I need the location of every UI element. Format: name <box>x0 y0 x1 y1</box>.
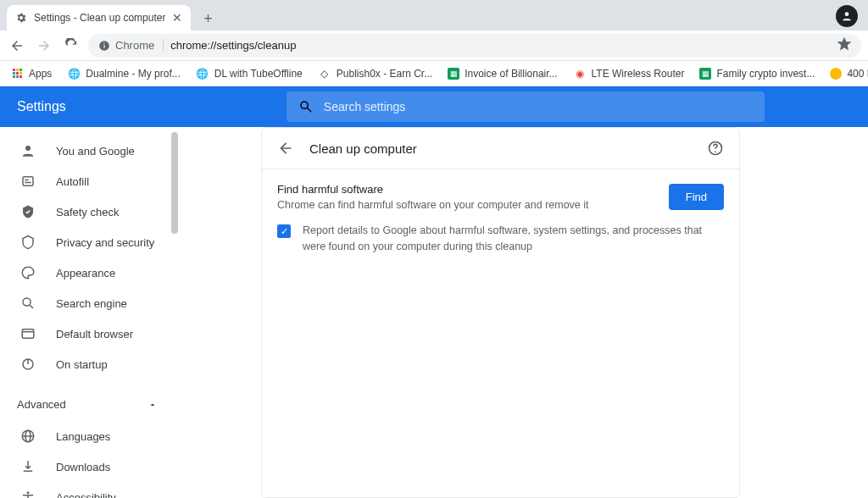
section-heading: Find harmful software <box>277 183 669 196</box>
svg-rect-5 <box>23 177 33 186</box>
autofill-icon <box>20 174 36 189</box>
find-button[interactable]: Find <box>669 184 724 210</box>
bookmark-item[interactable]: ▦Family crypto invest... <box>699 68 815 80</box>
power-icon <box>20 357 36 372</box>
back-button[interactable] <box>7 36 27 56</box>
globe-icon <box>20 429 36 444</box>
reload-button[interactable] <box>61 36 81 56</box>
info-icon <box>98 40 110 52</box>
cleanup-card: Clean up computer Find harmful software … <box>261 127 740 498</box>
palette-icon <box>20 265 36 280</box>
search-input[interactable] <box>324 100 753 113</box>
globe-icon: 🌐 <box>196 67 209 80</box>
svg-rect-10 <box>22 329 34 339</box>
sidebar-item-languages[interactable]: Languages <box>0 421 178 451</box>
svg-rect-6 <box>25 180 29 181</box>
svg-point-17 <box>27 491 30 494</box>
shield-icon <box>20 235 36 250</box>
browser-toolbar: Chrome chrome://settings/cleanup <box>0 30 868 61</box>
svg-point-19 <box>715 151 716 152</box>
sidebar-item-autofill[interactable]: Autofill <box>0 166 178 196</box>
sidebar-item-search-engine[interactable]: Search engine <box>0 288 178 318</box>
globe-icon: 🌐 <box>67 67 81 80</box>
shield-check-icon <box>20 204 36 219</box>
search-icon <box>20 296 36 311</box>
tab-strip: Settings - Clean up computer ✕ + <box>0 0 868 30</box>
profile-avatar[interactable] <box>836 5 858 27</box>
back-arrow-icon[interactable] <box>277 140 294 157</box>
bookmarks-bar: Apps 🌐Dualmine - My prof... 🌐DL with Tub… <box>0 61 868 86</box>
apps-icon <box>10 67 24 80</box>
bookmark-item[interactable]: ▦Invoice of Billionair... <box>448 68 557 80</box>
sidebar-item-appearance[interactable]: Appearance <box>0 257 178 288</box>
address-bar[interactable]: Chrome chrome://settings/cleanup <box>88 34 861 58</box>
chevron-up-icon <box>147 400 158 410</box>
router-icon: ◉ <box>573 67 587 80</box>
svg-line-9 <box>30 305 33 308</box>
bookmark-item[interactable]: ◉LTE Wireless Router <box>573 67 685 80</box>
sidebar-item-default-browser[interactable]: Default browser <box>0 318 178 349</box>
svg-rect-7 <box>25 182 31 184</box>
search-icon <box>298 99 314 114</box>
settings-title: Settings <box>17 99 66 114</box>
bookmark-item[interactable]: 🌐Dualmine - My prof... <box>67 67 180 80</box>
sidebar-item-you-and-google[interactable]: You and Google <box>0 136 178 166</box>
sidebar-item-privacy[interactable]: Privacy and security <box>0 227 178 257</box>
download-icon <box>20 459 36 474</box>
search-settings-box[interactable] <box>287 91 765 122</box>
person-icon <box>20 143 36 158</box>
settings-sidebar: You and Google Autofill Safety check Pri… <box>0 127 178 498</box>
help-icon[interactable] <box>707 140 724 157</box>
svg-point-0 <box>845 12 849 16</box>
browser-icon <box>20 326 36 341</box>
report-checkbox-label: Report details to Google about harmful s… <box>303 223 724 255</box>
svg-point-4 <box>25 146 31 151</box>
settings-content: Clean up computer Find harmful software … <box>178 127 868 498</box>
sidebar-item-accessibility[interactable]: Accessibility <box>0 482 178 498</box>
omnibox-url: chrome://settings/cleanup <box>170 39 296 52</box>
sidebar-item-downloads[interactable]: Downloads <box>0 451 178 482</box>
sheet-icon: ▦ <box>699 68 711 80</box>
browser-tab[interactable]: Settings - Clean up computer ✕ <box>7 5 191 30</box>
sidebar-item-on-startup[interactable]: On startup <box>0 349 178 379</box>
tab-title: Settings - Clean up computer <box>34 12 165 24</box>
svg-rect-2 <box>103 44 104 47</box>
report-checkbox[interactable]: ✓ <box>277 224 291 238</box>
svg-point-8 <box>23 298 31 306</box>
omnibox-chip-text: Chrome <box>115 39 154 52</box>
new-tab-button[interactable]: + <box>196 7 220 30</box>
bookmark-apps[interactable]: Apps <box>10 67 52 80</box>
bookmark-star-icon[interactable] <box>837 37 851 53</box>
bookmark-item[interactable]: 🌐DL with TubeOffline <box>196 67 303 80</box>
sidebar-item-safety-check[interactable]: Safety check <box>0 196 178 227</box>
bookmark-item[interactable]: ◇Publish0x - Earn Cr... <box>318 67 432 80</box>
section-description: Chrome can find harmful software on your… <box>277 199 669 211</box>
bookmark-item[interactable]: 400 Free Tools and... <box>830 68 868 80</box>
tool-icon <box>830 68 842 80</box>
sidebar-advanced-toggle[interactable]: Advanced <box>0 388 178 421</box>
svg-rect-3 <box>103 42 104 43</box>
gear-icon <box>15 12 27 24</box>
close-icon[interactable]: ✕ <box>172 11 182 25</box>
sidebar-scrollbar[interactable] <box>171 132 178 234</box>
sheet-icon: ▦ <box>448 68 459 80</box>
accessibility-icon <box>20 490 36 498</box>
forward-button[interactable] <box>34 36 54 56</box>
site-info-chip[interactable]: Chrome <box>98 39 164 52</box>
page-title: Clean up computer <box>309 141 707 156</box>
settings-header: Settings <box>0 86 868 127</box>
drop-icon: ◇ <box>318 67 331 80</box>
